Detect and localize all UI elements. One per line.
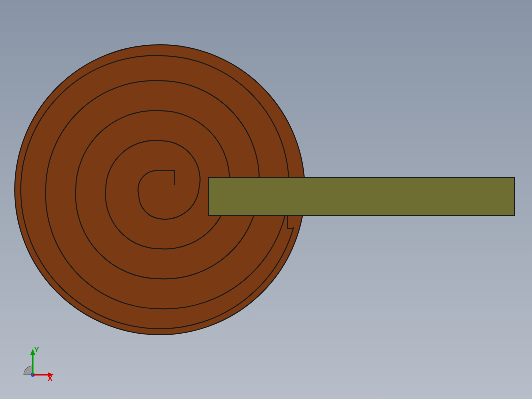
bar-part[interactable] bbox=[208, 178, 514, 216]
model-canvas[interactable] bbox=[0, 0, 532, 399]
cad-viewport[interactable]: Y X bbox=[0, 0, 532, 399]
view-triad[interactable]: Y X bbox=[15, 345, 54, 384]
triad-x-label: X bbox=[48, 374, 53, 382]
triad-y-label: Y bbox=[34, 346, 40, 354]
